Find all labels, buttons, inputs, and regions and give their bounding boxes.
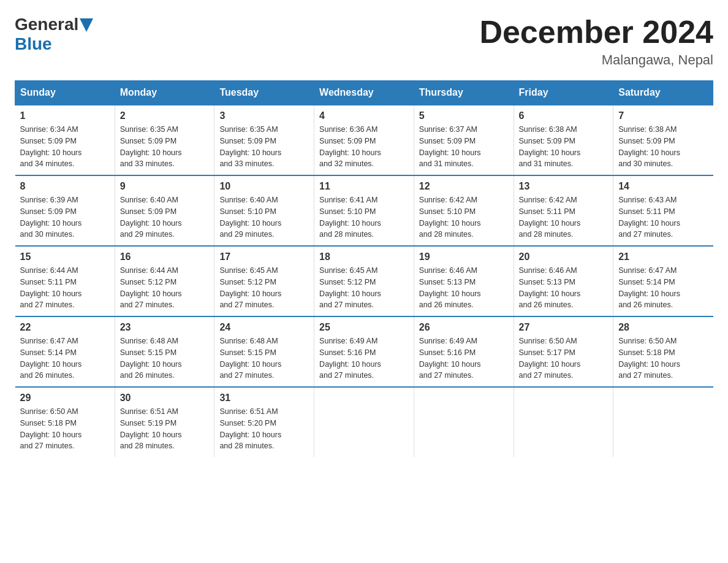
day-info: Sunrise: 6:46 AMSunset: 5:13 PMDaylight:… <box>519 266 581 309</box>
day-number: 17 <box>219 251 309 262</box>
day-info: Sunrise: 6:40 AMSunset: 5:09 PMDaylight:… <box>120 196 182 239</box>
day-number: 22 <box>20 322 110 333</box>
calendar-day-cell: 4 Sunrise: 6:36 AMSunset: 5:09 PMDayligh… <box>314 105 414 175</box>
calendar-day-cell: 3 Sunrise: 6:35 AMSunset: 5:09 PMDayligh… <box>214 105 314 175</box>
day-number: 4 <box>319 110 409 121</box>
day-info: Sunrise: 6:48 AMSunset: 5:15 PMDaylight:… <box>120 337 182 380</box>
calendar-table: Sunday Monday Tuesday Wednesday Thursday… <box>15 80 713 457</box>
day-info: Sunrise: 6:47 AMSunset: 5:14 PMDaylight:… <box>20 337 82 380</box>
day-info: Sunrise: 6:43 AMSunset: 5:11 PMDaylight:… <box>618 196 680 239</box>
calendar-week-row: 22 Sunrise: 6:47 AMSunset: 5:14 PMDaylig… <box>15 316 713 387</box>
calendar-day-cell: 23 Sunrise: 6:48 AMSunset: 5:15 PMDaylig… <box>115 316 214 387</box>
calendar-day-cell: 11 Sunrise: 6:41 AMSunset: 5:10 PMDaylig… <box>314 175 414 246</box>
day-number: 1 <box>20 110 110 121</box>
calendar-day-cell: 30 Sunrise: 6:51 AMSunset: 5:19 PMDaylig… <box>115 387 214 457</box>
calendar-day-cell: 14 Sunrise: 6:43 AMSunset: 5:11 PMDaylig… <box>613 175 713 246</box>
day-info: Sunrise: 6:44 AMSunset: 5:11 PMDaylight:… <box>20 266 82 309</box>
day-number: 12 <box>419 181 509 192</box>
col-tuesday: Tuesday <box>214 81 314 105</box>
calendar-day-cell: 6 Sunrise: 6:38 AMSunset: 5:09 PMDayligh… <box>514 105 613 175</box>
calendar-day-cell: 15 Sunrise: 6:44 AMSunset: 5:11 PMDaylig… <box>15 246 115 316</box>
calendar-day-cell: 21 Sunrise: 6:47 AMSunset: 5:14 PMDaylig… <box>613 246 713 316</box>
day-number: 9 <box>120 181 210 192</box>
day-number: 30 <box>120 393 210 404</box>
calendar-day-cell: 17 Sunrise: 6:45 AMSunset: 5:12 PMDaylig… <box>214 246 314 316</box>
day-number: 24 <box>219 322 309 333</box>
calendar-day-cell: 28 Sunrise: 6:50 AMSunset: 5:18 PMDaylig… <box>613 316 713 387</box>
calendar-week-row: 8 Sunrise: 6:39 AMSunset: 5:09 PMDayligh… <box>15 175 713 246</box>
day-number: 10 <box>219 181 309 192</box>
day-info: Sunrise: 6:46 AMSunset: 5:13 PMDaylight:… <box>419 266 481 309</box>
title-block: December 2024 Malangawa, Nepal <box>479 15 713 68</box>
day-info: Sunrise: 6:34 AMSunset: 5:09 PMDaylight:… <box>20 125 82 168</box>
calendar-day-cell: 29 Sunrise: 6:50 AMSunset: 5:18 PMDaylig… <box>15 387 115 457</box>
day-info: Sunrise: 6:47 AMSunset: 5:14 PMDaylight:… <box>618 266 680 309</box>
day-number: 20 <box>519 251 609 262</box>
day-info: Sunrise: 6:39 AMSunset: 5:09 PMDaylight:… <box>20 196 82 239</box>
day-info: Sunrise: 6:35 AMSunset: 5:09 PMDaylight:… <box>219 125 281 168</box>
calendar-day-cell <box>314 387 414 457</box>
calendar-day-cell <box>414 387 514 457</box>
calendar-subtitle: Malangawa, Nepal <box>479 52 713 68</box>
day-info: Sunrise: 6:37 AMSunset: 5:09 PMDaylight:… <box>419 125 481 168</box>
calendar-week-row: 29 Sunrise: 6:50 AMSunset: 5:18 PMDaylig… <box>15 387 713 457</box>
day-info: Sunrise: 6:35 AMSunset: 5:09 PMDaylight:… <box>120 125 182 168</box>
day-info: Sunrise: 6:51 AMSunset: 5:19 PMDaylight:… <box>120 407 182 450</box>
day-number: 18 <box>319 251 409 262</box>
day-info: Sunrise: 6:38 AMSunset: 5:09 PMDaylight:… <box>618 125 680 168</box>
day-number: 25 <box>319 322 409 333</box>
day-info: Sunrise: 6:40 AMSunset: 5:10 PMDaylight:… <box>219 196 281 239</box>
day-number: 5 <box>419 110 509 121</box>
day-info: Sunrise: 6:38 AMSunset: 5:09 PMDaylight:… <box>519 125 581 168</box>
calendar-day-cell: 22 Sunrise: 6:47 AMSunset: 5:14 PMDaylig… <box>15 316 115 387</box>
day-number: 27 <box>519 322 609 333</box>
calendar-week-row: 15 Sunrise: 6:44 AMSunset: 5:11 PMDaylig… <box>15 246 713 316</box>
col-friday: Friday <box>514 81 613 105</box>
calendar-body: 1 Sunrise: 6:34 AMSunset: 5:09 PMDayligh… <box>15 105 713 457</box>
calendar-day-cell: 10 Sunrise: 6:40 AMSunset: 5:10 PMDaylig… <box>214 175 314 246</box>
calendar-day-cell: 12 Sunrise: 6:42 AMSunset: 5:10 PMDaylig… <box>414 175 514 246</box>
calendar-day-cell: 13 Sunrise: 6:42 AMSunset: 5:11 PMDaylig… <box>514 175 613 246</box>
day-number: 19 <box>419 251 509 262</box>
day-info: Sunrise: 6:50 AMSunset: 5:17 PMDaylight:… <box>519 337 581 380</box>
day-info: Sunrise: 6:42 AMSunset: 5:11 PMDaylight:… <box>519 196 581 239</box>
calendar-day-cell: 2 Sunrise: 6:35 AMSunset: 5:09 PMDayligh… <box>115 105 214 175</box>
calendar-day-cell: 27 Sunrise: 6:50 AMSunset: 5:17 PMDaylig… <box>514 316 613 387</box>
col-thursday: Thursday <box>414 81 514 105</box>
calendar-day-cell: 25 Sunrise: 6:49 AMSunset: 5:16 PMDaylig… <box>314 316 414 387</box>
day-info: Sunrise: 6:44 AMSunset: 5:12 PMDaylight:… <box>120 266 182 309</box>
day-number: 16 <box>120 251 210 262</box>
calendar-day-cell: 20 Sunrise: 6:46 AMSunset: 5:13 PMDaylig… <box>514 246 613 316</box>
day-info: Sunrise: 6:45 AMSunset: 5:12 PMDaylight:… <box>219 266 281 309</box>
day-number: 3 <box>219 110 309 121</box>
day-number: 7 <box>618 110 708 121</box>
calendar-day-cell: 7 Sunrise: 6:38 AMSunset: 5:09 PMDayligh… <box>613 105 713 175</box>
col-sunday: Sunday <box>15 81 115 105</box>
page-header: General Blue December 2024 Malangawa, Ne… <box>15 15 713 68</box>
calendar-title: December 2024 <box>479 15 713 50</box>
day-info: Sunrise: 6:50 AMSunset: 5:18 PMDaylight:… <box>20 407 82 450</box>
day-info: Sunrise: 6:49 AMSunset: 5:16 PMDaylight:… <box>319 337 381 380</box>
day-info: Sunrise: 6:36 AMSunset: 5:09 PMDaylight:… <box>319 125 381 168</box>
logo-triangle-icon <box>80 18 93 32</box>
svg-marker-0 <box>80 18 93 32</box>
day-number: 31 <box>219 393 309 404</box>
calendar-day-cell: 1 Sunrise: 6:34 AMSunset: 5:09 PMDayligh… <box>15 105 115 175</box>
col-saturday: Saturday <box>613 81 713 105</box>
calendar-day-cell: 8 Sunrise: 6:39 AMSunset: 5:09 PMDayligh… <box>15 175 115 246</box>
day-number: 15 <box>20 251 110 262</box>
logo-blue-text: Blue <box>15 34 52 53</box>
day-info: Sunrise: 6:45 AMSunset: 5:12 PMDaylight:… <box>319 266 381 309</box>
col-wednesday: Wednesday <box>314 81 414 105</box>
day-info: Sunrise: 6:50 AMSunset: 5:18 PMDaylight:… <box>618 337 680 380</box>
day-number: 6 <box>519 110 609 121</box>
calendar-day-cell: 9 Sunrise: 6:40 AMSunset: 5:09 PMDayligh… <box>115 175 214 246</box>
calendar-day-cell: 16 Sunrise: 6:44 AMSunset: 5:12 PMDaylig… <box>115 246 214 316</box>
col-monday: Monday <box>115 81 214 105</box>
calendar-day-cell: 19 Sunrise: 6:46 AMSunset: 5:13 PMDaylig… <box>414 246 514 316</box>
day-number: 8 <box>20 181 110 192</box>
day-info: Sunrise: 6:41 AMSunset: 5:10 PMDaylight:… <box>319 196 381 239</box>
day-number: 28 <box>618 322 708 333</box>
logo: General Blue <box>15 15 93 54</box>
calendar-day-cell: 26 Sunrise: 6:49 AMSunset: 5:16 PMDaylig… <box>414 316 514 387</box>
